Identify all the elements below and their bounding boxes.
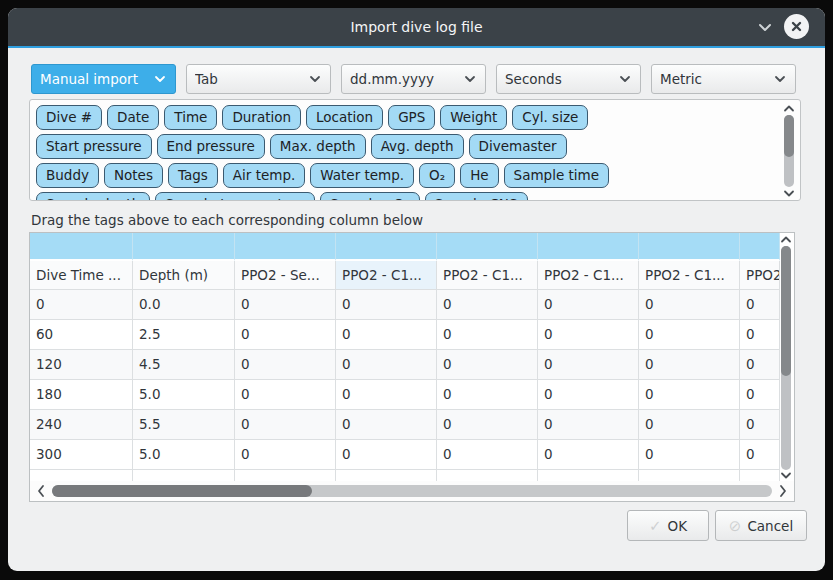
scroll-thumb[interactable] <box>784 115 794 157</box>
table-cell: 0 <box>437 320 538 350</box>
tag-location[interactable]: Location <box>306 105 383 130</box>
drop-target-cell[interactable] <box>538 233 639 261</box>
scroll-left-icon[interactable] <box>36 484 46 498</box>
table-cell: 5.5 <box>133 410 235 440</box>
dropdown-dd-mm-yyyy[interactable]: dd.mm.yyyy <box>341 64 486 94</box>
chevron-down-icon <box>153 74 167 84</box>
table-cell: 0 <box>639 290 740 320</box>
table-cell: 0 <box>235 410 336 440</box>
drop-target-cell[interactable] <box>30 233 133 261</box>
close-button[interactable] <box>784 14 809 39</box>
table-cell: 0 <box>538 380 639 410</box>
dropdown-label: Tab <box>195 71 308 87</box>
tag-row: Dive #DateTimeDurationLocationGPSWeightC… <box>36 105 776 130</box>
table-cell: 0 <box>437 290 538 320</box>
tag-sample-time[interactable]: Sample time <box>504 163 609 188</box>
tag-date[interactable]: Date <box>107 105 159 130</box>
drop-target-cell[interactable] <box>235 233 336 261</box>
chevron-down-icon <box>773 74 787 84</box>
dropdown-tab[interactable]: Tab <box>186 64 331 94</box>
scroll-thumb[interactable] <box>781 246 791 376</box>
table-cell: 0 <box>235 440 336 470</box>
table-cell: 0 <box>437 350 538 380</box>
column-header[interactable]: PPO2 - C1... <box>336 261 437 290</box>
dropdown-seconds[interactable]: Seconds <box>496 64 641 94</box>
table-cell: 0 <box>740 410 780 440</box>
column-header[interactable]: PPO2 - C1... <box>437 261 538 290</box>
table-row: 1805.0000000 <box>30 380 780 410</box>
tag-sample-cns[interactable]: Sample CNS <box>425 192 528 201</box>
table-cell: 180 <box>30 380 133 410</box>
scroll-thumb[interactable] <box>52 485 312 497</box>
tag-cyl-size[interactable]: Cyl. size <box>512 105 588 130</box>
table-cell: 0 <box>437 380 538 410</box>
table-cell: 0 <box>740 380 780 410</box>
tag-o-[interactable]: O₂ <box>419 163 455 188</box>
column-header[interactable]: Dive Time ... <box>30 261 133 290</box>
chevron-down-icon <box>463 74 477 84</box>
accent-line <box>8 46 825 48</box>
tag-end-pressure[interactable]: End pressure <box>157 134 265 159</box>
tag-air-temp-[interactable]: Air temp. <box>223 163 305 188</box>
table-cell: 0 <box>639 440 740 470</box>
shade-chevron-down-icon[interactable] <box>757 20 773 34</box>
cancel-button[interactable]: ⊘ Cancel <box>715 510 807 541</box>
tag-avg-depth[interactable]: Avg. depth <box>371 134 464 159</box>
tag-rows: Dive #DateTimeDurationLocationGPSWeightC… <box>36 105 776 201</box>
dropdown-manual-import[interactable]: Manual import <box>31 64 176 94</box>
table-row: 3005.0000000 <box>30 440 780 470</box>
tag-duration[interactable]: Duration <box>222 105 301 130</box>
table-cell <box>235 470 336 481</box>
drop-target-cell[interactable] <box>133 233 235 261</box>
tag-weight[interactable]: Weight <box>440 105 507 130</box>
table-cell: 0 <box>538 320 639 350</box>
drop-target-cell[interactable] <box>639 233 740 261</box>
table-hscrollbar[interactable] <box>30 481 794 501</box>
scroll-up-icon[interactable] <box>780 235 792 244</box>
tag-dive-[interactable]: Dive # <box>36 105 102 130</box>
table-vscrollbar[interactable] <box>779 234 793 481</box>
drop-target-cell[interactable] <box>336 233 437 261</box>
table-cell: 300 <box>30 440 133 470</box>
scroll-right-icon[interactable] <box>778 484 788 498</box>
column-header[interactable]: Depth (m) <box>133 261 235 290</box>
tag-time[interactable]: Time <box>164 105 217 130</box>
drop-target-cell[interactable] <box>740 233 780 261</box>
table-cell: 240 <box>30 410 133 440</box>
scroll-down-icon[interactable] <box>783 189 795 198</box>
tag-max-depth[interactable]: Max. depth <box>270 134 366 159</box>
tag-sample-po-[interactable]: Sample pO₂ <box>320 192 420 201</box>
chevron-down-icon <box>308 74 322 84</box>
table-cell: 0 <box>538 290 639 320</box>
tag-divemaster[interactable]: Divemaster <box>469 134 567 159</box>
scroll-up-icon[interactable] <box>783 104 795 113</box>
tag-he[interactable]: He <box>460 163 498 188</box>
table-cell: 4.5 <box>133 350 235 380</box>
dropdown-label: dd.mm.yyyy <box>350 71 463 87</box>
tag-sample-temperature[interactable]: Sample temperature <box>155 192 315 201</box>
table-row: 2405.5000000 <box>30 410 780 440</box>
dropdown-label: Manual import <box>40 71 153 87</box>
tag-notes[interactable]: Notes <box>104 163 163 188</box>
column-header[interactable]: PPO2 - C1... <box>538 261 639 290</box>
column-header[interactable]: PPO2 - Se... <box>235 261 336 290</box>
column-header[interactable]: PPO2 - C1... <box>639 261 740 290</box>
drop-target-row <box>30 233 780 261</box>
column-header[interactable]: PPO2 <box>740 261 780 290</box>
scroll-down-icon[interactable] <box>780 471 792 480</box>
table-cell <box>538 470 639 481</box>
tag-tags[interactable]: Tags <box>168 163 218 188</box>
tag-area-scrollbar[interactable] <box>782 103 796 199</box>
tag-start-pressure[interactable]: Start pressure <box>36 134 152 159</box>
tag-buddy[interactable]: Buddy <box>36 163 99 188</box>
tag-water-temp-[interactable]: Water temp. <box>310 163 414 188</box>
drop-target-cell[interactable] <box>437 233 538 261</box>
table-cell: 0 <box>740 320 780 350</box>
table-cell: 0 <box>538 440 639 470</box>
dropdown-metric[interactable]: Metric <box>651 64 796 94</box>
ok-button[interactable]: ✓ OK <box>627 510 709 541</box>
table-cell <box>437 470 538 481</box>
tag-gps[interactable]: GPS <box>388 105 435 130</box>
partial-row <box>30 470 780 481</box>
tag-sample-depth[interactable]: Sample depth <box>36 192 150 201</box>
